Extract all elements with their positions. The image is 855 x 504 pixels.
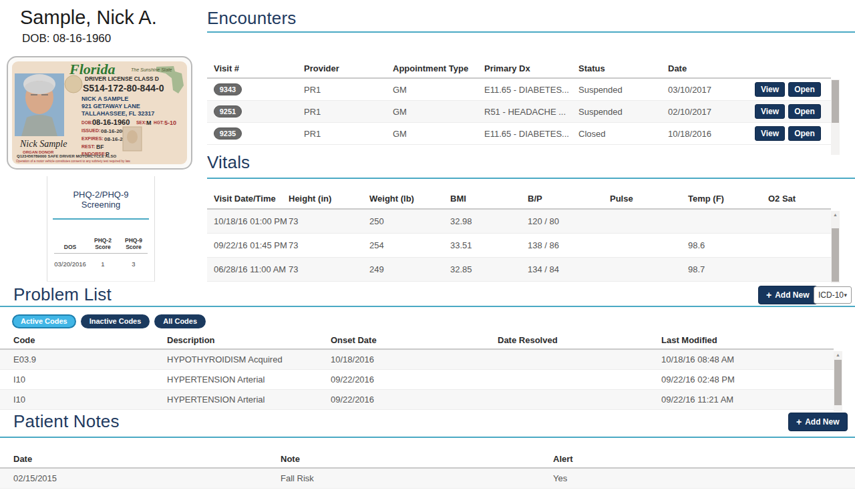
vitals-row: 10/18/16 01:00 PM 73 250 32.98 120 / 80 [207,210,831,234]
vitals-title: Vitals [207,152,250,173]
weight-cell: 250 [369,216,450,226]
description-cell: HYPERTENSION Arterial [167,374,331,385]
problem-row: I10 HYPERTENSION Arterial 09/22/2016 09/… [0,390,834,410]
phq-header-phq9: PHQ-9 Score [118,237,149,250]
col-header-description: Description [167,335,331,345]
license-dob-label: DOB: [81,120,93,125]
bp-cell: 134 / 84 [528,264,610,274]
last-modified-cell: 10/18/16 08:48 AM [661,354,834,364]
col-header-temp: Temp (F) [688,194,768,204]
encounters-header-row: Visit # Provider Appointment Type Primar… [207,59,831,79]
patient-name: Sample, Nick A. [20,7,157,29]
col-header-visit-datetime: Visit Date/Time [207,194,289,204]
primary-dx-cell: E11.65 - DIABETES... [484,129,578,139]
note-date-cell: 02/15/2015 [0,473,281,483]
license-sex-value: M [146,119,152,126]
open-button[interactable]: Open [788,104,821,119]
phq-title-underline [53,218,149,220]
col-header-date: Date [0,454,281,464]
col-header-provider: Provider [304,63,393,73]
open-button[interactable]: Open [788,82,821,97]
encounter-row: 9251 PR1 GM R51 - HEADACHE ... Suspended… [207,101,831,123]
code-cell: I10 [0,374,167,385]
vitals-title-underline [207,178,855,179]
encounters-scrollbar[interactable] [831,79,840,155]
license-dob-value: 08-16-1960 [92,118,130,126]
filter-inactive-codes[interactable]: Inactive Codes [81,314,150,328]
note-alert-cell: Yes [553,473,855,483]
scroll-up-icon[interactable]: ▲ [834,351,842,359]
view-button[interactable]: View [755,104,785,119]
view-button[interactable]: View [755,126,785,141]
temp-cell: 98.7 [688,264,768,274]
appointment-type-cell: GM [393,107,484,117]
filter-active-codes[interactable]: Active Codes [12,314,76,328]
vitals-row: 09/22/16 01:45 PM 73 254 33.51 138 / 86 … [207,234,831,258]
license-rest-value: BF [96,144,104,150]
last-modified-cell: 09/22/16 11:21 AM [661,395,834,405]
visit-number-pill[interactable]: 9251 [214,105,242,117]
bmi-cell: 32.85 [450,264,528,274]
problem-list-table: Code Description Onset Date Date Resolve… [0,331,834,410]
encounters-scrollbar-thumb[interactable] [832,80,839,123]
visit-number-pill[interactable]: 9343 [214,83,242,95]
drivers-license-image: Florida The Sunshine State DRIVER LICENS… [7,56,192,170]
plus-icon: + [766,292,772,298]
problem-list-filters: Active Codes Inactive Codes All Codes [12,314,206,328]
open-button[interactable]: Open [788,126,821,141]
encounters-title: Encounters [207,8,297,29]
problem-row: E03.9 HYPOTHYROIDISM Acquired 10/18/2016… [0,350,834,370]
height-cell: 73 [289,240,369,250]
vitals-scrollbar-thumb[interactable] [832,228,839,282]
provider-cell: PR1 [304,129,393,139]
plus-icon: + [796,419,802,425]
license-sex-label: SEX: [136,120,146,125]
phq-divider [54,253,148,254]
phq-dos-value: 03/20/2016 [53,260,88,268]
license-address2: TALLAHASSEE, FL 32317 [81,110,154,117]
col-header-alert: Alert [553,454,855,464]
problem-list-scrollbar-thumb[interactable] [834,360,842,405]
vitals-header-row: Visit Date/Time Height (in) Weight (lb) … [207,188,831,210]
license-bottom-line: Q123456789000 SAFE DRIVER MOTORCYCLE ALS… [17,154,116,158]
problem-list-add-new-button[interactable]: + Add New [758,286,818,304]
col-header-pulse: Pulse [610,194,688,204]
license-expires-label: EXPIRES: [81,136,104,141]
onset-date-cell: 09/22/2016 [331,374,498,385]
status-cell: Suspended [578,107,668,117]
code-system-dropdown[interactable]: ICD-10 ▾ [814,286,852,304]
license-issued-label: ISSUED: [81,128,100,133]
license-signature: Nick Sample [19,139,67,149]
visit-number-pill[interactable]: 9235 [214,128,242,140]
problem-list-scrollbar[interactable]: ▲ [834,351,842,412]
visit-datetime-cell: 06/28/16 11:00 AM [207,264,289,274]
license-doc-title: DRIVER LICENSE CLASS D [85,75,159,82]
patient-notes-add-new-button[interactable]: + Add New [788,413,848,431]
col-header-primary-dx: Primary Dx [484,63,578,73]
bmi-cell: 33.51 [450,240,528,250]
license-tagline: The Sunshine State [131,67,172,72]
filter-all-codes[interactable]: All Codes [154,314,206,328]
vitals-scrollbar[interactable]: ▲ [831,211,840,283]
scroll-up-icon[interactable]: ▲ [831,211,840,219]
license-fine-print: Operation of a motor vehicle constitutes… [16,160,131,163]
height-cell: 73 [289,216,369,226]
code-cell: I10 [0,395,167,405]
encounter-row: 9235 PR1 GM E11.65 - DIABETES... Closed … [207,123,831,145]
description-cell: HYPOTHYROIDISM Acquired [167,354,331,364]
col-header-bmi: BMI [450,194,528,204]
vitals-row: 06/28/16 11:00 AM 73 249 32.85 134 / 84 … [207,258,831,282]
temp-cell: 98.6 [688,240,768,250]
col-header-visit: Visit # [207,63,304,73]
view-button[interactable]: View [755,82,785,97]
appointment-type-cell: GM [393,129,484,139]
encounters-title-underline [207,31,855,33]
problem-list-title: Problem List [13,284,112,305]
phq-row: 03/20/2016 1 3 [53,260,149,268]
patient-dashboard: Sample, Nick A. DOB: 08-16-1960 Florida … [0,0,855,504]
col-header-code: Code [0,335,167,345]
patient-note-row: 02/15/2015 Fall Risk Yes [0,469,855,489]
appointment-type-cell: GM [393,85,484,95]
col-header-date: Date [668,63,755,73]
state-seal [65,75,82,93]
